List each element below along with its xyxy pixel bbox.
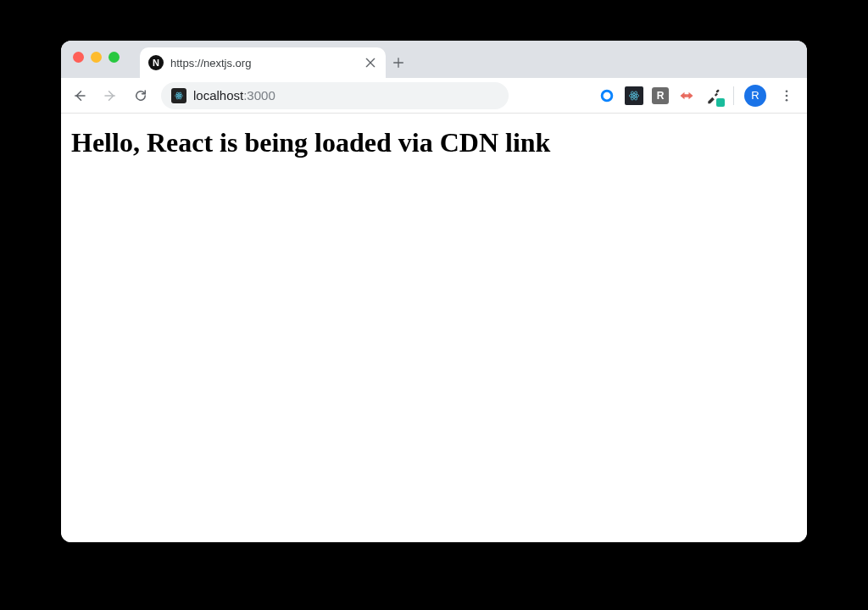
new-tab-button[interactable] [386, 47, 411, 78]
tab-strip: N https://nextjs.org [61, 41, 807, 78]
double-arrow-icon [678, 87, 695, 104]
tab-title: https://nextjs.org [170, 57, 357, 69]
extension-react-devtools[interactable] [625, 86, 643, 105]
react-atom-icon [174, 91, 184, 101]
tab-close-button[interactable] [364, 56, 377, 69]
svg-point-11 [786, 94, 788, 97]
reload-icon [133, 88, 148, 103]
extensions-divider [733, 86, 734, 105]
close-window-button[interactable] [73, 52, 84, 63]
browser-toolbar: localhost:3000 R [61, 78, 807, 114]
kebab-icon [779, 88, 794, 103]
picker-indicator-icon [716, 98, 725, 107]
zoom-window-button[interactable] [108, 52, 120, 63]
svg-point-12 [786, 98, 788, 101]
page-heading: Hello, React is being loaded via CDN lin… [71, 127, 797, 158]
arrow-right-icon [103, 88, 118, 103]
page-content: Hello, React is being loaded via CDN lin… [61, 114, 807, 542]
browser-menu-button[interactable] [775, 84, 798, 108]
svg-point-5 [633, 94, 635, 96]
svg-point-0 [178, 95, 180, 97]
back-button[interactable] [66, 82, 93, 109]
minimize-window-button[interactable] [91, 52, 102, 63]
browser-window: N https://nextjs.org [61, 41, 807, 542]
site-info-icon[interactable] [171, 88, 186, 103]
reload-button[interactable] [127, 82, 154, 109]
svg-rect-9 [715, 89, 720, 93]
extension-r-badge[interactable]: R [652, 87, 669, 104]
plus-icon [392, 56, 405, 69]
extension-r-badge-label: R [657, 90, 665, 102]
url-host: localhost [193, 88, 243, 103]
profile-avatar-button[interactable]: R [744, 85, 766, 107]
extensions-area: R R [598, 84, 800, 108]
extension-color-picker[interactable] [704, 86, 723, 105]
url-text: localhost:3000 [193, 88, 275, 103]
arrow-left-icon [72, 88, 87, 103]
svg-point-4 [602, 91, 612, 101]
react-atom-icon [627, 89, 641, 103]
address-bar[interactable]: localhost:3000 [161, 82, 509, 109]
tab-favicon-letter: N [153, 58, 159, 68]
tab-favicon-icon: N [148, 55, 164, 70]
url-port: :3000 [243, 88, 275, 103]
profile-initial: R [751, 89, 759, 102]
window-controls [73, 41, 140, 78]
extension-loader[interactable] [598, 86, 616, 105]
browser-tab-active[interactable]: N https://nextjs.org [140, 47, 386, 78]
close-icon [364, 56, 377, 69]
ring-icon [598, 87, 615, 104]
svg-point-10 [786, 90, 788, 92]
extension-redux-devtools[interactable] [677, 86, 696, 105]
forward-button[interactable] [97, 82, 124, 109]
